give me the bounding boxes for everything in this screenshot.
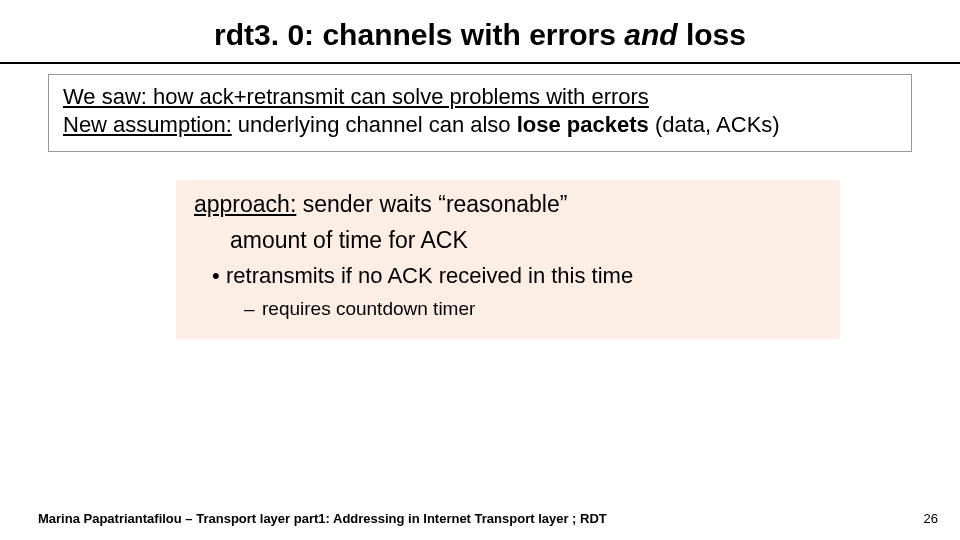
footer-text: Marina Papatriantafilou – Transport laye… <box>38 511 607 526</box>
recap-line1: We saw: how ack+retransmit can solve pro… <box>63 83 897 111</box>
slide-title: rdt3. 0: channels with errors and loss <box>0 0 960 62</box>
recap-line2-label: New assumption: <box>63 112 232 137</box>
approach-line: approach: sender waits “reasonable” <box>194 190 822 220</box>
recap-line2: New assumption: underlying channel can a… <box>63 111 897 139</box>
title-pre: rdt3. 0: channels with errors <box>214 18 624 51</box>
approach-box: approach: sender waits “reasonable” amou… <box>176 180 840 339</box>
recap-line2-bold: lose packets <box>517 112 649 137</box>
approach-cont: amount of time for ACK <box>194 226 822 256</box>
approach-rest1: sender waits <box>296 191 438 217</box>
recap-line2-pre: underlying channel can also <box>232 112 517 137</box>
title-post: loss <box>678 18 746 51</box>
recap-line1-text: We saw: how ack+retransmit can solve pro… <box>63 84 649 109</box>
approach-label: approach: <box>194 191 296 217</box>
page-number: 26 <box>924 511 938 526</box>
slide: rdt3. 0: channels with errors and loss W… <box>0 0 960 540</box>
title-divider <box>0 62 960 64</box>
bullet-level2: requires countdown timer <box>244 297 822 322</box>
title-italic: and <box>624 18 677 51</box>
approach-quote: “reasonable” <box>438 191 567 217</box>
recap-box: We saw: how ack+retransmit can solve pro… <box>48 74 912 152</box>
bullet-level1: retransmits if no ACK received in this t… <box>212 262 822 291</box>
recap-line2-post: (data, ACKs) <box>649 112 780 137</box>
